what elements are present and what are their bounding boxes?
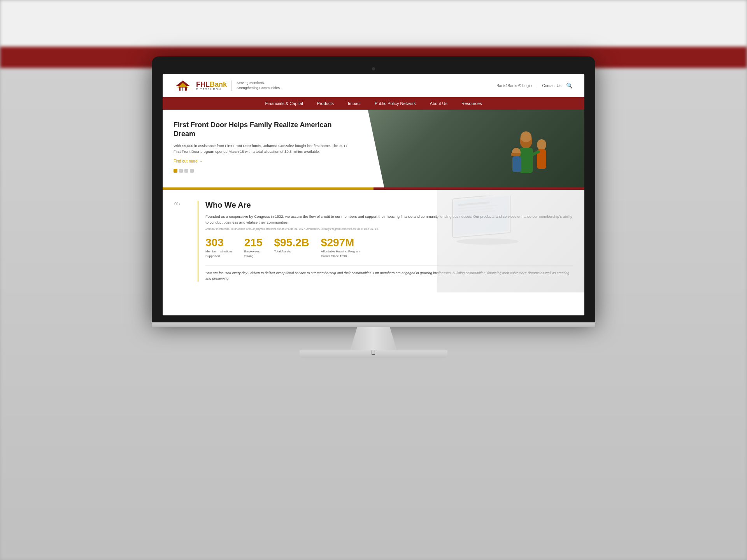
stat-employees: 215 EmployeesStrong	[244, 237, 263, 258]
logo-area: FHLBank PITTSBURGH Serving Members. Stre…	[174, 80, 281, 91]
logo-bank: Bank	[210, 81, 227, 88]
hero-dot-3[interactable]	[184, 169, 188, 173]
svg-rect-2	[179, 87, 187, 91]
nav-products[interactable]: Products	[310, 97, 341, 110]
who-we-are-section: 01/ Who We Are Founded as a cooperative …	[163, 190, 584, 292]
nav-financials[interactable]: Financials & Capital	[258, 97, 310, 110]
stat-employees-label: EmployeesStrong	[244, 249, 263, 258]
family-illustration	[491, 117, 569, 187]
svg-rect-6	[519, 148, 533, 173]
arrow-right-icon: →	[199, 159, 203, 163]
nav-resources[interactable]: Resources	[454, 97, 489, 110]
logo-icon	[174, 80, 191, 91]
stat-assets-label: Total Assets	[274, 249, 309, 254]
hero-dot-2[interactable]	[179, 169, 183, 173]
svg-point-7	[521, 131, 531, 142]
stat-housing-label: Affordable Housing ProgramGrants Since 1…	[321, 249, 360, 258]
logo-tagline: Serving Members. Strengthening Communiti…	[231, 80, 281, 91]
main-nav: Financials & Capital Products Impact Pub…	[163, 97, 584, 110]
svg-point-20	[456, 238, 519, 245]
search-icon[interactable]: 🔍	[566, 82, 573, 89]
hero-section: First Front Door Helps Family Realize Am…	[163, 110, 584, 187]
stat-total-assets: $95.2B Total Assets	[274, 237, 309, 258]
hero-dot-1[interactable]	[174, 169, 177, 173]
bank4banks-login[interactable]: Bank4Banks® Login	[496, 84, 532, 88]
stat-assets-number: $95.2B	[274, 237, 309, 248]
contact-us-link[interactable]: Contact Us	[542, 84, 561, 88]
who-bg-image	[437, 190, 584, 292]
nav-about-us[interactable]: About Us	[423, 97, 454, 110]
hero-body: With $5,000 in assistance from First Fro…	[174, 143, 354, 154]
site-header: FHLBank PITTSBURGH Serving Members. Stre…	[163, 74, 584, 97]
who-section-number: 01/	[174, 201, 198, 282]
header-right: Bank4Banks® Login | Contact Us 🔍	[496, 82, 573, 89]
imac-stand-top	[152, 322, 595, 327]
imac-stand-neck	[350, 327, 397, 350]
bg-browser-bar	[0, 0, 747, 47]
stat-member-number: 303	[205, 237, 233, 248]
stat-housing-number: $297M	[321, 237, 360, 248]
imac-screen: FHLBank PITTSBURGH Serving Members. Stre…	[163, 74, 584, 315]
svg-point-8	[537, 139, 546, 150]
laptop-illustration	[445, 196, 523, 258]
imac-frame: FHLBank PITTSBURGH Serving Members. Stre…	[152, 56, 595, 358]
nav-public-policy[interactable]: Public Policy Network	[368, 97, 423, 110]
who-divider	[198, 201, 198, 282]
svg-rect-11	[512, 156, 521, 172]
hero-dots	[174, 169, 354, 173]
stat-member-institutions: 303 Member InstitutionsSupported	[205, 237, 233, 258]
hero-title: First Front Door Helps Family Realize Am…	[174, 121, 354, 139]
logo-pittsburgh: PITTSBURGH	[196, 88, 227, 91]
stat-employees-number: 215	[244, 237, 263, 248]
svg-rect-3	[181, 88, 182, 91]
logo-text-group: FHLBank PITTSBURGH	[196, 81, 227, 91]
imac-screen-bezel: FHLBank PITTSBURGH Serving Members. Stre…	[152, 56, 595, 322]
hero-content: First Front Door Helps Family Realize Am…	[163, 110, 365, 187]
stat-member-label: Member InstitutionsSupported	[205, 249, 233, 258]
hero-image	[365, 110, 584, 187]
svg-rect-4	[183, 88, 185, 91]
hero-find-out-more[interactable]: Find out more →	[174, 159, 354, 163]
stat-affordable-housing: $297M Affordable Housing ProgramGrants S…	[321, 237, 360, 258]
svg-rect-15	[454, 196, 509, 236]
nav-impact[interactable]: Impact	[341, 97, 368, 110]
imac-camera	[372, 67, 375, 70]
header-divider: |	[537, 84, 538, 88]
hero-dot-4[interactable]	[190, 169, 194, 173]
logo-roof-svg	[174, 80, 191, 91]
logo-fhl: FHL	[196, 81, 210, 88]
